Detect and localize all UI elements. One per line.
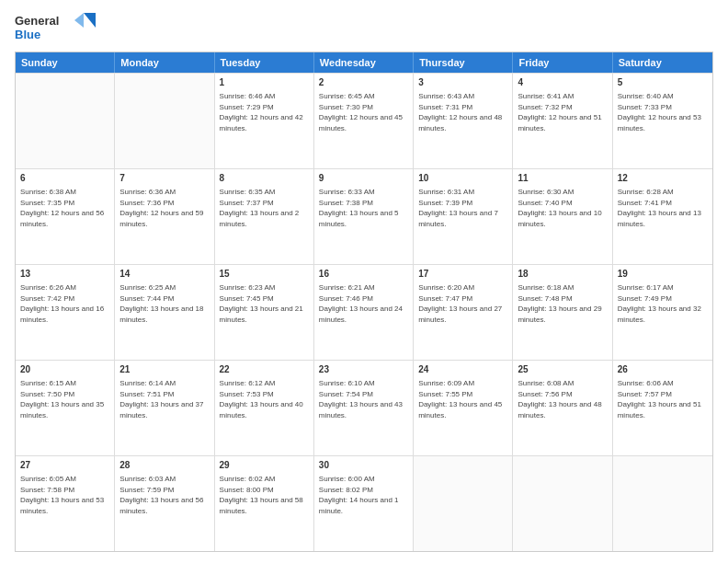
day-number: 20	[20, 363, 109, 376]
calendar-day-11: 11Sunrise: 6:30 AMSunset: 7:40 PMDayligh…	[513, 169, 612, 264]
day-number: 15	[220, 268, 309, 281]
calendar-row-3: 13Sunrise: 6:26 AMSunset: 7:42 PMDayligh…	[16, 264, 712, 360]
weekday-header-friday: Friday	[513, 52, 612, 73]
day-info: Sunrise: 6:35 AMSunset: 7:37 PMDaylight:…	[220, 187, 309, 229]
day-info: Sunrise: 6:03 AMSunset: 7:59 PMDaylight:…	[119, 474, 209, 516]
calendar-day-23: 23Sunrise: 6:10 AMSunset: 7:54 PMDayligh…	[314, 361, 414, 455]
calendar-day-empty	[513, 456, 612, 551]
day-number: 13	[20, 268, 109, 281]
header: General Blue	[15, 11, 713, 44]
calendar-day-1: 1Sunrise: 6:46 AMSunset: 7:29 PMDaylight…	[215, 74, 314, 168]
day-number: 14	[119, 268, 209, 281]
day-number: 4	[518, 76, 607, 89]
calendar-day-17: 17Sunrise: 6:20 AMSunset: 7:47 PMDayligh…	[414, 265, 513, 360]
day-info: Sunrise: 6:26 AMSunset: 7:42 PMDaylight:…	[20, 282, 109, 325]
day-info: Sunrise: 6:08 AMSunset: 7:56 PMDaylight:…	[518, 378, 607, 420]
calendar-day-19: 19Sunrise: 6:17 AMSunset: 7:49 PMDayligh…	[613, 265, 712, 360]
day-number: 19	[618, 268, 708, 281]
day-info: Sunrise: 6:45 AMSunset: 7:30 PMDaylight:…	[319, 91, 408, 133]
calendar-day-7: 7Sunrise: 6:36 AMSunset: 7:36 PMDaylight…	[115, 169, 214, 264]
calendar-day-22: 22Sunrise: 6:12 AMSunset: 7:53 PMDayligh…	[215, 361, 314, 455]
calendar-day-13: 13Sunrise: 6:26 AMSunset: 7:42 PMDayligh…	[16, 265, 115, 360]
calendar-body: 1Sunrise: 6:46 AMSunset: 7:29 PMDaylight…	[16, 73, 712, 551]
calendar-day-empty	[115, 74, 214, 168]
calendar-day-21: 21Sunrise: 6:14 AMSunset: 7:51 PMDayligh…	[115, 361, 214, 455]
page: General Blue SundayMondayTuesdayWednesda…	[0, 0, 728, 563]
day-info: Sunrise: 6:28 AMSunset: 7:41 PMDaylight:…	[618, 187, 708, 229]
day-number: 17	[418, 268, 507, 281]
calendar-day-12: 12Sunrise: 6:28 AMSunset: 7:41 PMDayligh…	[613, 169, 712, 264]
weekday-header-thursday: Thursday	[414, 52, 513, 73]
calendar-row-5: 27Sunrise: 6:05 AMSunset: 7:58 PMDayligh…	[16, 455, 712, 551]
svg-text:General: General	[15, 14, 59, 28]
day-info: Sunrise: 6:21 AMSunset: 7:46 PMDaylight:…	[319, 282, 408, 325]
day-info: Sunrise: 6:14 AMSunset: 7:51 PMDaylight:…	[119, 378, 209, 420]
day-info: Sunrise: 6:17 AMSunset: 7:49 PMDaylight:…	[618, 282, 708, 325]
day-number: 28	[119, 459, 209, 472]
logo-svg: General Blue	[15, 11, 97, 44]
day-info: Sunrise: 6:15 AMSunset: 7:50 PMDaylight:…	[20, 378, 109, 420]
calendar-row-1: 1Sunrise: 6:46 AMSunset: 7:29 PMDaylight…	[16, 73, 712, 168]
day-info: Sunrise: 6:43 AMSunset: 7:31 PMDaylight:…	[418, 91, 507, 133]
day-number: 29	[220, 459, 309, 472]
day-info: Sunrise: 6:10 AMSunset: 7:54 PMDaylight:…	[319, 378, 408, 420]
day-number: 1	[220, 76, 309, 89]
day-number: 12	[618, 172, 708, 185]
calendar-day-4: 4Sunrise: 6:41 AMSunset: 7:32 PMDaylight…	[513, 74, 612, 168]
day-info: Sunrise: 6:41 AMSunset: 7:32 PMDaylight:…	[518, 91, 607, 133]
calendar-day-25: 25Sunrise: 6:08 AMSunset: 7:56 PMDayligh…	[513, 361, 612, 455]
svg-marker-2	[84, 13, 96, 28]
weekday-header-saturday: Saturday	[613, 52, 712, 73]
day-number: 22	[220, 363, 309, 376]
calendar-day-26: 26Sunrise: 6:06 AMSunset: 7:57 PMDayligh…	[613, 361, 712, 455]
day-info: Sunrise: 6:02 AMSunset: 8:00 PMDaylight:…	[220, 474, 309, 516]
weekday-header-sunday: Sunday	[16, 52, 115, 73]
calendar-day-empty	[414, 456, 513, 551]
day-info: Sunrise: 6:20 AMSunset: 7:47 PMDaylight:…	[418, 282, 507, 325]
day-number: 7	[119, 172, 209, 185]
day-info: Sunrise: 6:18 AMSunset: 7:48 PMDaylight:…	[518, 282, 607, 325]
calendar-day-30: 30Sunrise: 6:00 AMSunset: 8:02 PMDayligh…	[314, 456, 414, 551]
day-number: 8	[220, 172, 309, 185]
day-number: 30	[319, 459, 408, 472]
day-info: Sunrise: 6:30 AMSunset: 7:40 PMDaylight:…	[518, 187, 607, 229]
calendar-day-28: 28Sunrise: 6:03 AMSunset: 7:59 PMDayligh…	[115, 456, 214, 551]
calendar-day-empty	[16, 74, 115, 168]
day-number: 5	[618, 76, 708, 89]
calendar-day-14: 14Sunrise: 6:25 AMSunset: 7:44 PMDayligh…	[115, 265, 214, 360]
calendar-day-24: 24Sunrise: 6:09 AMSunset: 7:55 PMDayligh…	[414, 361, 513, 455]
day-info: Sunrise: 6:05 AMSunset: 7:58 PMDaylight:…	[20, 474, 109, 516]
day-info: Sunrise: 6:38 AMSunset: 7:35 PMDaylight:…	[20, 187, 109, 229]
day-number: 18	[518, 268, 607, 281]
calendar-day-18: 18Sunrise: 6:18 AMSunset: 7:48 PMDayligh…	[513, 265, 612, 360]
svg-marker-3	[74, 13, 84, 28]
day-info: Sunrise: 6:46 AMSunset: 7:29 PMDaylight:…	[220, 91, 309, 133]
calendar-header: SundayMondayTuesdayWednesdayThursdayFrid…	[16, 52, 712, 73]
day-number: 11	[518, 172, 607, 185]
day-number: 23	[319, 363, 408, 376]
calendar-day-15: 15Sunrise: 6:23 AMSunset: 7:45 PMDayligh…	[215, 265, 314, 360]
day-number: 27	[20, 459, 109, 472]
day-number: 9	[319, 172, 408, 185]
calendar-day-27: 27Sunrise: 6:05 AMSunset: 7:58 PMDayligh…	[16, 456, 115, 551]
day-info: Sunrise: 6:12 AMSunset: 7:53 PMDaylight:…	[220, 378, 309, 420]
calendar-day-6: 6Sunrise: 6:38 AMSunset: 7:35 PMDaylight…	[16, 169, 115, 264]
day-info: Sunrise: 6:06 AMSunset: 7:57 PMDaylight:…	[618, 378, 708, 420]
day-info: Sunrise: 6:40 AMSunset: 7:33 PMDaylight:…	[618, 91, 708, 133]
day-info: Sunrise: 6:23 AMSunset: 7:45 PMDaylight:…	[220, 282, 309, 325]
calendar-day-empty	[613, 456, 712, 551]
calendar-row-4: 20Sunrise: 6:15 AMSunset: 7:50 PMDayligh…	[16, 360, 712, 455]
day-info: Sunrise: 6:33 AMSunset: 7:38 PMDaylight:…	[319, 187, 408, 229]
day-number: 25	[518, 363, 607, 376]
day-info: Sunrise: 6:00 AMSunset: 8:02 PMDaylight:…	[319, 474, 408, 516]
calendar-day-10: 10Sunrise: 6:31 AMSunset: 7:39 PMDayligh…	[414, 169, 513, 264]
day-info: Sunrise: 6:31 AMSunset: 7:39 PMDaylight:…	[418, 187, 507, 229]
day-number: 10	[418, 172, 507, 185]
day-number: 21	[119, 363, 209, 376]
day-info: Sunrise: 6:25 AMSunset: 7:44 PMDaylight:…	[119, 282, 209, 325]
calendar-day-8: 8Sunrise: 6:35 AMSunset: 7:37 PMDaylight…	[215, 169, 314, 264]
logo: General Blue	[15, 11, 97, 44]
day-number: 6	[20, 172, 109, 185]
day-number: 24	[418, 363, 507, 376]
calendar-row-2: 6Sunrise: 6:38 AMSunset: 7:35 PMDaylight…	[16, 168, 712, 264]
